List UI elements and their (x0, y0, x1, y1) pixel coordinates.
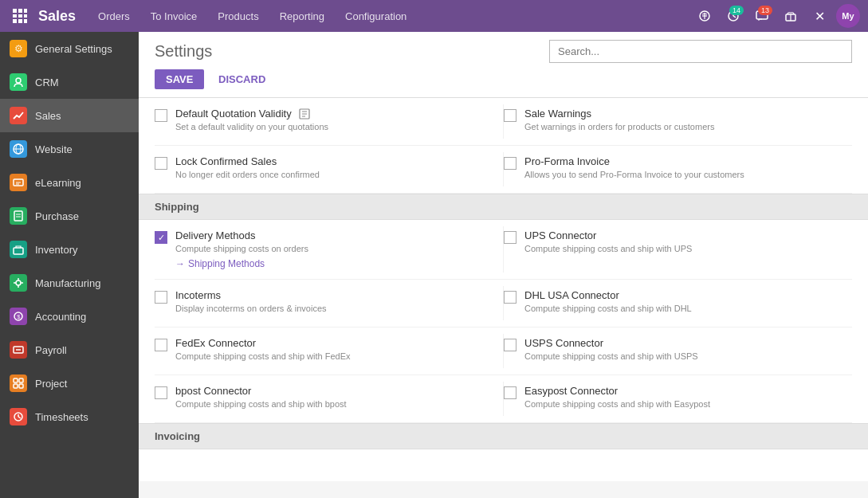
dhl-usa-connector-desc: Compute shipping costs and ship with DHL (524, 303, 844, 315)
delivery-methods-name: Delivery Methods (175, 229, 495, 241)
svg-rect-7 (18, 19, 22, 23)
svg-line-44 (18, 417, 21, 418)
usps-connector-checkbox[interactable] (504, 339, 516, 351)
manufacturing-icon (10, 274, 27, 292)
elearning-icon (10, 174, 27, 191)
incoterms-checkbox[interactable] (155, 291, 167, 304)
payroll-icon (10, 341, 27, 359)
dhl-usa-connector-checkbox[interactable] (504, 291, 516, 304)
pro-forma-invoice-checkbox[interactable] (504, 157, 516, 170)
easypost-connector-checkbox[interactable] (504, 386, 516, 399)
navbar-menu: Orders To Invoice Products Reporting Con… (88, 4, 689, 29)
invoicing-section-header: Invoicing (139, 423, 868, 449)
navbar-products[interactable]: Products (208, 4, 268, 29)
main-content: Settings SAVE DISCARD Default Quotati (139, 32, 868, 498)
svg-rect-38 (14, 378, 18, 382)
left-col: Default Quotation Validity Set a default… (155, 98, 503, 145)
incoterms-name: Incoterms (175, 289, 495, 301)
website-icon (10, 140, 27, 158)
sidebar-item-purchase[interactable]: Purchase (0, 199, 139, 233)
bpost-connector-info: bpost Connector Compute shipping costs a… (175, 385, 495, 410)
user-avatar[interactable]: My (836, 4, 860, 28)
save-button[interactable]: SAVE (155, 69, 204, 89)
svg-rect-28 (14, 248, 23, 254)
discard-button[interactable]: DISCARD (207, 69, 277, 89)
sidebar-item-general-settings[interactable]: ⚙ General Settings (0, 32, 139, 65)
quotations-section: Default Quotation Validity Set a default… (139, 98, 868, 194)
app-layout: ⚙ General Settings CRM Sales Website e (0, 32, 868, 498)
incoterms-desc: Display incoterms on orders & invoices (175, 303, 495, 315)
svg-rect-1 (18, 9, 22, 13)
sidebar-label-accounting: Accounting (35, 311, 86, 323)
pro-forma-invoice-info: Pro-Forma Invoice Allows you to send Pro… (524, 155, 844, 181)
sidebar-item-manufacturing[interactable]: Manufacturing (0, 266, 139, 300)
grid-menu-button[interactable] (8, 4, 32, 28)
shipping-methods-link[interactable]: → Shipping Methods (175, 258, 265, 269)
right-col: USPS Connector Compute shipping costs an… (504, 327, 852, 374)
ups-connector-desc: Compute shipping costs and ship with UPS (524, 243, 844, 255)
easypost-connector-desc: Compute shipping costs and ship with Eas… (524, 398, 844, 410)
sidebar-label-general-settings: General Settings (35, 43, 112, 55)
svg-rect-8 (24, 19, 27, 23)
right-col: Pro-Forma Invoice Allows you to send Pro… (504, 146, 852, 193)
navbar-to-invoice[interactable]: To Invoice (141, 4, 207, 29)
sidebar-item-crm[interactable]: CRM (0, 65, 139, 99)
sidebar-label-website: Website (35, 143, 73, 155)
sidebar-label-elearning: eLearning (35, 177, 81, 189)
default-quotation-info: Default Quotation Validity Set a default… (175, 108, 495, 133)
page-title: Settings (155, 42, 212, 61)
ups-connector-checkbox[interactable] (504, 231, 516, 244)
shipping-section-header: Shipping (139, 194, 868, 220)
sidebar-item-inventory[interactable]: Inventory (0, 233, 139, 266)
project-icon (10, 374, 27, 392)
fedex-connector-checkbox[interactable] (155, 339, 167, 351)
navbar-orders[interactable]: Orders (88, 4, 139, 29)
chat-badge-button[interactable]: 13 (750, 4, 774, 28)
sidebar-label-sales: Sales (35, 110, 61, 122)
sidebar-item-elearning[interactable]: eLearning (0, 166, 139, 199)
bpost-connector-name: bpost Connector (175, 385, 495, 397)
sidebar-item-accounting[interactable]: $ Accounting (0, 300, 139, 333)
right-col: Easypost Connector Compute shipping cost… (504, 375, 852, 422)
gift-icon-button[interactable] (779, 4, 803, 28)
lock-confirmed-sales-checkbox[interactable] (155, 157, 167, 170)
sidebar-item-payroll[interactable]: Payroll (0, 333, 139, 367)
invoicing-settings (139, 449, 868, 481)
right-col: DHL USA Connector Compute shipping costs… (504, 280, 852, 327)
navbar-right: 14 13 ✕ My (693, 4, 860, 28)
default-quotation-checkbox[interactable] (155, 109, 167, 122)
sale-warnings-desc: Get warnings in orders for products or c… (524, 121, 844, 133)
sidebar: ⚙ General Settings CRM Sales Website e (0, 32, 139, 498)
svg-line-14 (733, 16, 736, 18)
svg-rect-4 (18, 14, 22, 18)
navbar-reporting[interactable]: Reporting (270, 4, 334, 29)
settings-row: bpost Connector Compute shipping costs a… (155, 375, 852, 423)
pro-forma-invoice-desc: Allows you to send Pro-Forma Invoice to … (524, 169, 844, 181)
bpost-connector-desc: Compute shipping costs and ship with bpo… (175, 398, 495, 410)
settings-row: Default Quotation Validity Set a default… (155, 98, 852, 146)
svg-rect-41 (19, 384, 23, 388)
settings-row: Lock Confirmed Sales No longer edit orde… (155, 146, 852, 194)
bug-icon-button[interactable] (693, 4, 717, 28)
close-button[interactable]: ✕ (807, 4, 831, 28)
clock-badge: 14 (729, 6, 744, 15)
easypost-connector-info: Easypost Connector Compute shipping cost… (524, 385, 844, 410)
sale-warnings-checkbox[interactable] (504, 109, 516, 122)
navbar-configuration[interactable]: Configuration (336, 4, 416, 29)
shipping-methods-label: Shipping Methods (188, 258, 265, 269)
bpost-connector-checkbox[interactable] (155, 386, 167, 399)
left-col: FedEx Connector Compute shipping costs a… (155, 327, 503, 374)
navbar: Sales Orders To Invoice Products Reporti… (0, 0, 868, 32)
lock-confirmed-sales-name: Lock Confirmed Sales (175, 155, 495, 167)
shipping-settings: Delivery Methods Compute shipping costs … (139, 220, 868, 423)
sidebar-item-website[interactable]: Website (0, 132, 139, 166)
general-settings-icon: ⚙ (10, 40, 27, 57)
timesheets-icon (10, 408, 27, 425)
search-input[interactable] (549, 40, 852, 63)
sidebar-item-timesheets[interactable]: Timesheets (0, 400, 139, 433)
clock-badge-button[interactable]: 14 (721, 4, 745, 28)
delivery-methods-checkbox[interactable] (155, 231, 167, 244)
sidebar-item-sales[interactable]: Sales (0, 99, 139, 132)
sidebar-item-project[interactable]: Project (0, 367, 139, 400)
sidebar-label-manufacturing: Manufacturing (35, 277, 100, 289)
